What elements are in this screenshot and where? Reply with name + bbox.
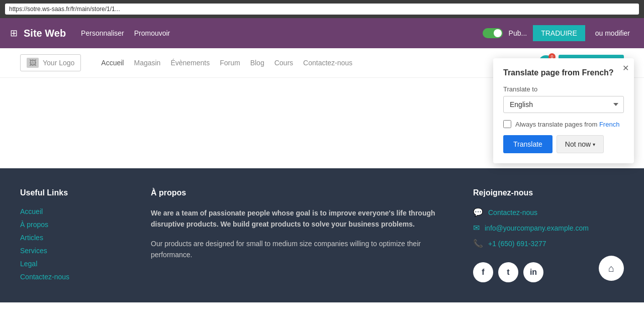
footer-link-contactez[interactable]: Contactez-nous — [20, 273, 131, 281]
always-translate-label: Always translate pages from French — [515, 121, 619, 128]
about-text-2: Our products are designed for small to m… — [151, 238, 453, 261]
email-icon: ✉ — [473, 223, 480, 233]
translate-button[interactable]: Translate — [503, 135, 553, 153]
about-title: À propos — [151, 188, 453, 197]
editor-nav: Personnaliser Promouvoir — [81, 29, 482, 37]
translate-dialog: ✕ Translate page from French? Translate … — [493, 58, 634, 163]
nav-contactez-nous[interactable]: Contactez-nous — [303, 59, 352, 67]
chat-icon: 💬 — [473, 207, 483, 217]
phone-icon: 📞 — [473, 239, 483, 248]
footer-link-legal[interactable]: Legal — [20, 260, 131, 268]
dialog-title: Translate page from French? — [503, 68, 624, 77]
contact-item-phone: 📞 +1 (650) 691-3277 — [473, 239, 624, 248]
close-button[interactable]: ✕ — [622, 63, 629, 73]
header-right: Pub... TRADUIRE ou modifier — [483, 25, 634, 41]
logo-text: Your Logo — [43, 59, 74, 67]
footer-useful-links: Useful Links Accueil À propos Articles S… — [20, 188, 131, 282]
traduire-button[interactable]: TRADUIRE — [533, 25, 585, 41]
always-translate-row: Always translate pages from French — [503, 120, 624, 128]
footer-about: À propos We are a team of passionate peo… — [151, 188, 453, 282]
footer-links-list: Accueil À propos Articles Services Legal… — [20, 207, 131, 281]
dropdown-arrow-icon: ▾ — [593, 142, 595, 147]
nav-blog[interactable]: Blog — [250, 59, 264, 67]
twitter-button[interactable]: t — [498, 262, 518, 282]
always-translate-checkbox[interactable] — [503, 120, 511, 128]
footer-link-accueil[interactable]: Accueil — [20, 207, 131, 216]
footer-link-articles[interactable]: Articles — [20, 234, 131, 242]
facebook-button[interactable]: f — [473, 262, 493, 282]
footer-link-apropos[interactable]: À propos — [20, 221, 131, 229]
publish-label: Pub... — [509, 29, 527, 37]
logo-icon: 🖼 — [27, 58, 39, 68]
translate-actions: Translate Not now ▾ — [503, 135, 624, 153]
about-text-1: We are a team of passionate people whose… — [151, 207, 453, 230]
nav-forum[interactable]: Forum — [220, 59, 240, 67]
footer-bottom-row: f t in ⌂ — [473, 254, 624, 282]
useful-links-title: Useful Links — [20, 188, 131, 197]
not-now-label: Not now — [565, 140, 591, 148]
footer-contact: Rejoignez-nous 💬 Contactez-nous ✉ info@y… — [473, 188, 624, 282]
nav-accueil[interactable]: Accueil — [101, 59, 124, 67]
contact-item-chat: 💬 Contactez-nous — [473, 207, 624, 217]
site-editor-header: ⊞ Site Web Personnaliser Promouvoir Pub.… — [0, 18, 644, 48]
publish-toggle[interactable] — [483, 28, 503, 38]
home-button[interactable]: ⌂ — [599, 256, 624, 281]
rejoignez-title: Rejoignez-nous — [473, 188, 624, 197]
nav-cours[interactable]: Cours — [274, 59, 293, 67]
site-title: Site Web — [24, 28, 66, 39]
promouvoir-link[interactable]: Promouvoir — [134, 29, 170, 37]
personnaliser-link[interactable]: Personnaliser — [81, 29, 124, 37]
website-nav: 🖼 Your Logo Accueil Magasin Évènements F… — [0, 48, 644, 78]
contact-item-email: ✉ info@yourcompany.example.com — [473, 223, 624, 233]
contact-link-email[interactable]: info@yourcompany.example.com — [485, 224, 589, 232]
linkedin-button[interactable]: in — [523, 262, 543, 282]
modifier-label: ou modifier — [591, 25, 634, 41]
home-icon: ⌂ — [608, 263, 614, 274]
french-link[interactable]: French — [599, 121, 619, 128]
not-now-button[interactable]: Not now ▾ — [557, 135, 604, 153]
footer: Useful Links Accueil À propos Articles S… — [0, 168, 644, 302]
nav-evenements[interactable]: Évènements — [170, 59, 210, 67]
contact-link-contactez[interactable]: Contactez-nous — [488, 208, 537, 217]
logo: 🖼 Your Logo — [20, 54, 81, 71]
url-text: https://sotre.ws-saas.fr/fr/main/store/1… — [9, 6, 120, 13]
website-content: 🖼 Your Logo Accueil Magasin Évènements F… — [0, 48, 644, 302]
url-bar[interactable]: https://sotre.ws-saas.fr/fr/main/store/1… — [5, 4, 639, 15]
browser-bar: https://sotre.ws-saas.fr/fr/main/store/1… — [0, 0, 644, 18]
contact-link-phone[interactable]: +1 (650) 691-3277 — [488, 240, 546, 248]
nav-magasin[interactable]: Magasin — [134, 59, 160, 67]
social-icons: f t in — [473, 262, 543, 282]
website-main-nav: Accueil Magasin Évènements Forum Blog Co… — [101, 59, 538, 67]
language-select[interactable]: English Spanish German Italian Portugues… — [503, 96, 624, 113]
footer-link-services[interactable]: Services — [20, 247, 131, 255]
grid-icon[interactable]: ⊞ — [10, 28, 18, 39]
translate-to-label: Translate to — [503, 85, 624, 93]
